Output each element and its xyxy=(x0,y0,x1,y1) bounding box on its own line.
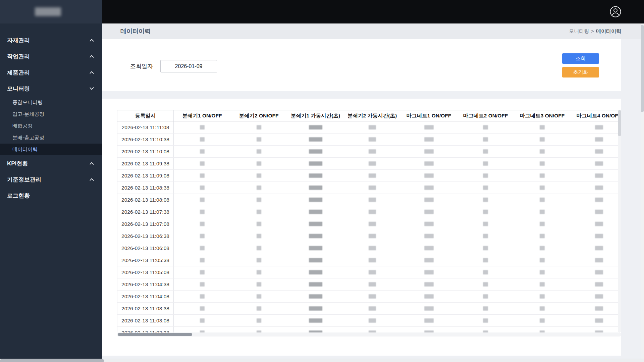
cell-redacted-value xyxy=(174,121,230,133)
app-logo-redacted xyxy=(35,7,61,16)
table-row: 2026-02-13 11:08:08 xyxy=(117,194,618,206)
sidebar-subitem-3-3[interactable]: 분배-출고공정 xyxy=(0,132,102,144)
redacted-value-block xyxy=(200,318,205,323)
user-menu-button[interactable] xyxy=(609,5,622,18)
cell-redacted-value xyxy=(571,170,618,182)
page-horizontal-scrollbar xyxy=(0,359,644,362)
cell-redacted-value xyxy=(344,327,400,332)
cell-redacted-value xyxy=(457,121,514,133)
cell-redacted-value xyxy=(514,278,571,290)
cell-redacted-value xyxy=(344,194,400,206)
redacted-value-block xyxy=(369,125,376,130)
cell-timestamp: 2026-02-13 11:09:08 xyxy=(117,170,174,182)
page-horizontal-scrollbar-thumb[interactable] xyxy=(0,359,104,362)
reset-button[interactable]: 초기화 xyxy=(562,67,599,77)
sidebar-item-0[interactable]: 자재관리 xyxy=(0,32,102,48)
cell-timestamp: 2026-02-13 11:04:08 xyxy=(117,291,174,302)
redacted-value-block xyxy=(257,270,261,274)
cell-redacted-value xyxy=(230,291,287,302)
redacted-value-block xyxy=(424,173,434,178)
redacted-value-block xyxy=(483,210,488,214)
cell-redacted-value xyxy=(400,134,457,145)
date-input[interactable] xyxy=(160,60,217,72)
cell-redacted-value xyxy=(287,170,344,182)
redacted-value-block xyxy=(595,234,603,238)
cell-redacted-value xyxy=(571,218,618,230)
cell-redacted-value xyxy=(344,218,400,230)
cell-redacted-value xyxy=(174,182,230,194)
sidebar-subitem-3-4[interactable]: 데이터이력 xyxy=(0,144,102,155)
cell-redacted-value xyxy=(287,278,344,290)
cell-redacted-value xyxy=(400,206,457,218)
redacted-value-block xyxy=(369,198,376,202)
redacted-value-block xyxy=(257,173,261,178)
redacted-value-block xyxy=(309,186,322,190)
table-row: 2026-02-13 11:08:38 xyxy=(117,182,618,194)
redacted-value-block xyxy=(257,186,261,190)
cell-timestamp: 2026-02-13 11:08:08 xyxy=(117,194,174,206)
breadcrumb-parent[interactable]: 모니터링 xyxy=(569,28,589,34)
redacted-value-block xyxy=(595,210,603,214)
cell-redacted-value xyxy=(514,291,571,302)
sidebar-item-6[interactable]: 로그현황 xyxy=(0,188,102,204)
cell-redacted-value xyxy=(457,242,514,254)
sidebar-subitem-3-0[interactable]: 종합모니터링 xyxy=(0,97,102,108)
cell-redacted-value xyxy=(400,327,457,332)
cell-redacted-value xyxy=(571,206,618,218)
redacted-value-block xyxy=(424,125,434,130)
redacted-value-block xyxy=(369,222,376,226)
table-col-header-6: 마그네트2 ON/OFF xyxy=(457,110,514,121)
cell-redacted-value xyxy=(514,218,571,230)
cell-redacted-value xyxy=(400,146,457,157)
sidebar-subitem-3-1[interactable]: 입고-분쇄공정 xyxy=(0,108,102,120)
redacted-value-block xyxy=(200,234,205,238)
sidebar-item-2[interactable]: 제품관리 xyxy=(0,64,102,81)
sidebar-item-5[interactable]: 기준정보관리 xyxy=(0,171,102,188)
redacted-value-block xyxy=(595,149,603,154)
cell-redacted-value xyxy=(230,182,287,194)
page-title-bar: 데이터이력 모니터링>데이터이력 xyxy=(102,23,641,39)
table-row: 2026-02-13 11:06:08 xyxy=(117,242,618,254)
cell-redacted-value xyxy=(344,266,400,278)
page-vertical-scrollbar-thumb[interactable] xyxy=(641,25,644,112)
redacted-value-block xyxy=(257,198,261,202)
search-button[interactable]: 조회 xyxy=(562,53,599,64)
sidebar-subitem-3-2[interactable]: 배합공정 xyxy=(0,120,102,132)
redacted-value-block xyxy=(540,186,545,190)
redacted-value-block xyxy=(595,246,603,250)
redacted-value-block xyxy=(257,125,261,130)
table-vertical-scrollbar xyxy=(618,110,621,332)
cell-timestamp: 2026-02-13 11:05:08 xyxy=(117,266,174,278)
redacted-value-block xyxy=(540,282,545,287)
cell-timestamp: 2026-02-13 11:10:08 xyxy=(117,146,174,157)
cell-redacted-value xyxy=(174,230,230,242)
sidebar-item-3[interactable]: 모니터링 xyxy=(0,81,102,97)
redacted-value-block xyxy=(257,161,261,166)
sidebar-item-4[interactable]: KPI현황 xyxy=(0,155,102,171)
redacted-value-block xyxy=(424,149,434,154)
sidebar-nav: 자재관리작업관리제품관리모니터링종합모니터링입고-분쇄공정배합공정분배-출고공정… xyxy=(0,23,102,204)
table-horizontal-scrollbar-thumb[interactable] xyxy=(118,333,192,336)
cell-redacted-value xyxy=(514,206,571,218)
cell-redacted-value xyxy=(174,206,230,218)
sidebar-item-1[interactable]: 작업관리 xyxy=(0,48,102,64)
cell-redacted-value xyxy=(287,194,344,206)
data-history-table-card: 등록일시분쇄기1 ON/OFF분쇄기2 ON/OFF분쇄기1 가동시간(초)분쇄… xyxy=(102,99,621,356)
cell-redacted-value xyxy=(230,254,287,266)
chevron-down-icon xyxy=(90,86,94,90)
redacted-value-block xyxy=(309,270,322,274)
cell-redacted-value xyxy=(230,218,287,230)
redacted-value-block xyxy=(540,161,545,166)
cell-timestamp: 2026-02-13 11:07:08 xyxy=(117,218,174,230)
timestamp-text: 2026-02-13 11:09:08 xyxy=(121,173,169,179)
redacted-value-block xyxy=(200,294,205,299)
redacted-value-block xyxy=(309,318,322,323)
table-col-header-3: 분쇄기1 가동시간(초) xyxy=(287,110,344,121)
cell-redacted-value xyxy=(287,121,344,133)
table-row: 2026-02-13 11:07:38 xyxy=(117,206,618,218)
table-vertical-scrollbar-thumb[interactable] xyxy=(618,110,621,136)
date-filter-label: 조회일자 xyxy=(130,62,153,70)
timestamp-text: 2026-02-13 11:10:38 xyxy=(121,137,169,143)
redacted-value-block xyxy=(483,258,488,262)
redacted-value-block xyxy=(483,186,488,190)
